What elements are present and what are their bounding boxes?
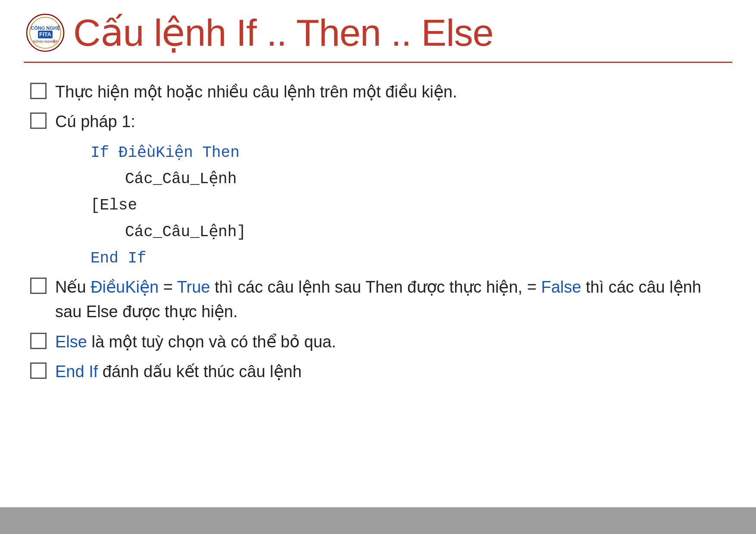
bullet-checkbox-icon <box>30 362 47 379</box>
logo-icon: CÔNG NGHỆ FITA NÔNG NGHIỆP <box>26 13 65 52</box>
bullet3-dieukien: ĐiềuKiện <box>91 278 159 296</box>
list-item: End If đánh dấu kết thúc câu lệnh <box>30 360 726 384</box>
bullet3-mid: thì các câu lệnh sau Then được thực hiện… <box>210 278 541 296</box>
bullet3-text: Nếu ĐiềuKiện = True thì các câu lệnh sau… <box>55 275 726 324</box>
bullet-checkbox-icon <box>30 278 47 294</box>
bullet5-text: End If đánh dấu kết thúc câu lệnh <box>55 360 726 384</box>
content-area: Thực hiện một hoặc nhiều câu lệnh trên m… <box>0 63 756 507</box>
page-title: Cấu lệnh If .. Then .. Else <box>73 12 494 54</box>
bullet-checkbox-icon <box>30 83 47 99</box>
svg-text:NÔNG NGHIỆP: NÔNG NGHIỆP <box>33 40 58 44</box>
list-item: Cú pháp 1: <box>30 110 726 134</box>
bullet2-text: Cú pháp 1: <box>55 110 726 134</box>
footer-bar <box>0 507 756 534</box>
slide: CÔNG NGHỆ FITA NÔNG NGHIỆP Cấu lệnh If .… <box>0 0 756 534</box>
svg-text:CÔNG NGHỆ: CÔNG NGHỆ <box>31 25 60 31</box>
code-line-3: [Else <box>65 192 726 219</box>
code-line-5: End If <box>65 245 726 272</box>
bullet3-prefix: Nếu <box>55 278 91 296</box>
list-item: Else là một tuỳ chọn và có thể bỏ qua. <box>30 330 726 354</box>
bullet-checkbox-icon <box>30 333 47 349</box>
code-block: If ĐiềuKiện Then Các_Câu_Lệnh [Else Các_… <box>65 140 726 272</box>
code-line-4: Các_Câu_Lệnh] <box>65 219 726 245</box>
list-item: Nếu ĐiềuKiện = True thì các câu lệnh sau… <box>30 275 726 324</box>
list-item: Thực hiện một hoặc nhiều câu lệnh trên m… <box>30 80 726 104</box>
bullet5-rest: đánh dấu kết thúc câu lệnh <box>98 362 302 381</box>
bullet4-else: Else <box>55 333 87 351</box>
code-line-1: If ĐiềuKiện Then <box>65 140 726 166</box>
bullet1-text: Thực hiện một hoặc nhiều câu lệnh trên m… <box>55 80 726 104</box>
bullet4-text: Else là một tuỳ chọn và có thể bỏ qua. <box>55 330 726 354</box>
bullet3-true: True <box>177 278 210 296</box>
code-line-2: Các_Câu_Lệnh <box>65 166 726 192</box>
bullet4-rest: là một tuỳ chọn và có thể bỏ qua. <box>87 333 336 351</box>
bullet5-endif: End If <box>55 362 98 381</box>
header: CÔNG NGHỆ FITA NÔNG NGHIỆP Cấu lệnh If .… <box>0 0 756 54</box>
bullet-checkbox-icon <box>30 112 47 129</box>
bullet3-false: False <box>541 278 581 296</box>
bullet3-eq: = <box>159 278 177 296</box>
svg-text:FITA: FITA <box>39 31 52 37</box>
